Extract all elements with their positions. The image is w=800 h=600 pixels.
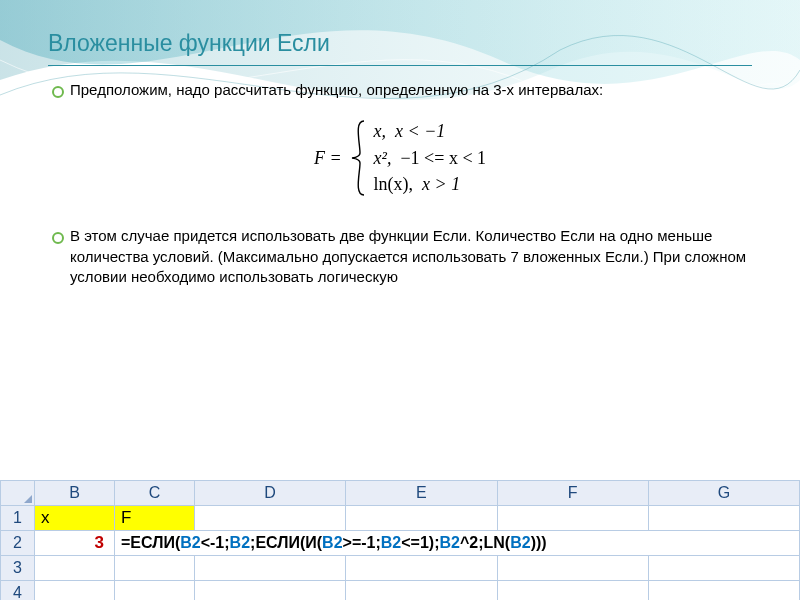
excel-screenshot: B C D E F G 1 x F 2 3 =ЕСЛИ(B2<-1;B2; (0, 480, 800, 600)
cell-D4[interactable] (195, 581, 346, 601)
excel-row-1: 1 x F (1, 506, 800, 531)
cell-C3[interactable] (115, 556, 195, 581)
row-header-3[interactable]: 3 (1, 556, 35, 581)
cell-C2-formula[interactable]: =ЕСЛИ(B2<-1;B2;ЕСЛИ(И(B2>=-1;B2<=1);B2^2… (115, 531, 800, 556)
excel-row-2: 2 3 =ЕСЛИ(B2<-1;B2;ЕСЛИ(И(B2>=-1;B2<=1);… (1, 531, 800, 556)
cell-C4[interactable] (115, 581, 195, 601)
cell-G3[interactable] (648, 556, 799, 581)
cell-B4[interactable] (35, 581, 115, 601)
formula-case-2: x², −1 <= x < 1 (370, 145, 491, 172)
excel-row-4: 4 (1, 581, 800, 601)
col-header-F[interactable]: F (497, 481, 648, 506)
select-all-corner[interactable] (1, 481, 35, 506)
cell-F1[interactable] (497, 506, 648, 531)
cell-E4[interactable] (346, 581, 497, 601)
cell-G4[interactable] (648, 581, 799, 601)
formula-lhs: F = (310, 118, 346, 198)
cell-F4[interactable] (497, 581, 648, 601)
cell-D3[interactable] (195, 556, 346, 581)
cell-C1[interactable]: F (115, 506, 195, 531)
slide: Вложенные функции Если Предположим, надо… (0, 0, 800, 600)
content-area: Вложенные функции Если Предположим, надо… (0, 0, 800, 307)
brace-icon (346, 118, 370, 198)
excel-header-row: B C D E F G (1, 481, 800, 506)
cell-G1[interactable] (648, 506, 799, 531)
formula-case-3: ln(x), x > 1 (370, 172, 491, 199)
row-header-1[interactable]: 1 (1, 506, 35, 531)
col-header-B[interactable]: B (35, 481, 115, 506)
cell-B2[interactable]: 3 (35, 531, 115, 556)
cell-F3[interactable] (497, 556, 648, 581)
col-header-E[interactable]: E (346, 481, 497, 506)
col-header-C[interactable]: C (115, 481, 195, 506)
bullet-list: Предположим, надо рассчитать функцию, оп… (48, 80, 752, 100)
slide-title: Вложенные функции Если (48, 30, 752, 57)
row-header-2[interactable]: 2 (1, 531, 35, 556)
excel-row-3: 3 (1, 556, 800, 581)
cell-B3[interactable] (35, 556, 115, 581)
formula-block: F = x, x < −1 x², (48, 110, 752, 208)
bullet-list-2: В этом случае придется использовать две … (48, 226, 752, 287)
col-header-G[interactable]: G (648, 481, 799, 506)
cell-E3[interactable] (346, 556, 497, 581)
bullet-2: В этом случае придется использовать две … (48, 226, 752, 287)
cell-E1[interactable] (346, 506, 497, 531)
title-underline (48, 65, 752, 66)
row-header-4[interactable]: 4 (1, 581, 35, 601)
col-header-D[interactable]: D (195, 481, 346, 506)
bullet-1: Предположим, надо рассчитать функцию, оп… (48, 80, 752, 100)
cell-B1[interactable]: x (35, 506, 115, 531)
formula-case-1: x, x < −1 (370, 118, 491, 145)
cell-D1[interactable] (195, 506, 346, 531)
